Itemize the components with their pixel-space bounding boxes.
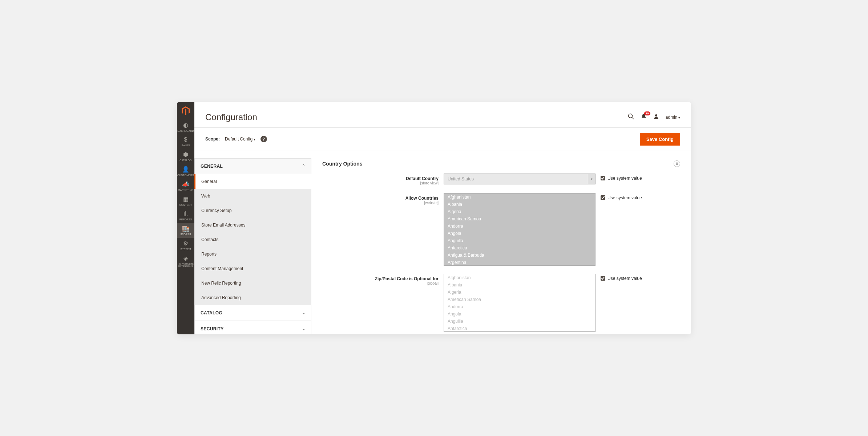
cfg-item-advanced-reporting[interactable]: Advanced Reporting — [194, 290, 311, 305]
page-title: Configuration — [205, 112, 257, 122]
chevron-down-icon: ⌄ — [302, 326, 305, 331]
label-allow-countries: Allow Countries — [405, 196, 439, 201]
country-option[interactable]: Algeria — [444, 208, 595, 215]
cfg-item-reports[interactable]: Reports — [194, 247, 311, 261]
country-option[interactable]: Albania — [444, 281, 595, 289]
page-header: Configuration 39 admin — [194, 102, 691, 127]
dashboard-icon: ◐ — [183, 122, 188, 129]
save-config-button[interactable]: Save Config — [640, 133, 680, 146]
use-system-zip-optional[interactable]: Use system value — [601, 274, 642, 281]
user-icon[interactable] — [653, 114, 659, 121]
country-option[interactable]: Afghanistan — [444, 193, 595, 201]
svg-line-1 — [632, 117, 634, 119]
nav-dashboard[interactable]: ◐DASHBOARD — [177, 119, 194, 134]
gear-icon: ⚙ — [183, 240, 188, 247]
person-icon: 👤 — [182, 166, 189, 173]
country-option[interactable]: Afghanistan — [444, 274, 595, 281]
checkbox-use-system[interactable] — [601, 276, 605, 281]
country-option[interactable]: Antigua & Barbuda — [444, 252, 595, 259]
search-icon[interactable] — [628, 113, 634, 121]
form-area: Country Options ⊖ Default Country [store… — [311, 151, 691, 334]
nav-partners[interactable]: ◈ND PARTNERS EXTENSIONS — [177, 253, 194, 269]
dropdown-arrow-icon: ▾ — [588, 174, 595, 184]
layout-icon: ▦ — [183, 196, 189, 203]
collapse-icon[interactable]: ⊖ — [674, 160, 680, 167]
multiselect-zip-optional[interactable]: AfghanistanAlbaniaAlgeriaAmerican SamoaA… — [444, 274, 596, 332]
megaphone-icon: 📣 — [182, 181, 189, 188]
svg-point-0 — [628, 114, 632, 118]
label-default-country: Default Country — [406, 176, 439, 181]
country-option[interactable]: Anguilla — [444, 237, 595, 244]
country-option[interactable]: Antarctica — [444, 244, 595, 252]
chevron-up-icon: ⌃ — [302, 164, 305, 168]
store-icon: 🏬 — [182, 225, 189, 232]
country-option[interactable]: Angola — [444, 310, 595, 318]
cfg-item-web[interactable]: Web — [194, 189, 311, 203]
country-option[interactable]: Andorra — [444, 223, 595, 230]
cfg-item-cms[interactable]: Content Management — [194, 261, 311, 276]
box-icon: ⬢ — [183, 151, 188, 158]
cfg-section-catalog[interactable]: CATALOG ⌄ — [194, 305, 311, 321]
magento-logo[interactable] — [177, 102, 194, 119]
scope-label: Scope: — [205, 136, 220, 142]
use-system-default-country[interactable]: Use system value — [601, 174, 642, 181]
notifications-icon[interactable]: 39 — [641, 114, 647, 121]
country-option[interactable]: American Samoa — [444, 296, 595, 303]
help-icon[interactable]: ? — [261, 136, 267, 142]
group-country-options[interactable]: Country Options ⊖ — [322, 158, 680, 174]
country-option[interactable]: American Samoa — [444, 215, 595, 223]
config-sidebar: GENERAL ⌃ General Web Currency Setup Sto… — [194, 151, 311, 334]
cfg-section-general[interactable]: GENERAL ⌃ — [194, 158, 311, 174]
multiselect-allow-countries[interactable]: AfghanistanAlbaniaAlgeriaAmerican SamoaA… — [444, 193, 596, 266]
row-zip-optional: Zip/Postal Code is Optional for [global]… — [322, 274, 680, 332]
cfg-item-contacts[interactable]: Contacts — [194, 232, 311, 247]
row-default-country: Default Country [store view] United Stat… — [322, 174, 680, 185]
puzzle-icon: ◈ — [183, 255, 188, 262]
admin-sidebar: ◐DASHBOARD $SALES ⬢CATALOG 👤CUSTOMERS 📣M… — [177, 102, 194, 334]
cfg-item-currency[interactable]: Currency Setup — [194, 203, 311, 218]
chart-icon: ıl. — [183, 211, 188, 217]
scope-bar: Scope: Default Config ? Save Config — [194, 127, 691, 151]
dollar-icon: $ — [184, 136, 187, 143]
nav-reports[interactable]: ıl.REPORTS — [177, 208, 194, 223]
svg-point-2 — [655, 114, 657, 117]
country-option[interactable]: Argentina — [444, 259, 595, 266]
nav-content[interactable]: ▦CONTENT — [177, 193, 194, 208]
cfg-item-newrelic[interactable]: New Relic Reporting — [194, 276, 311, 290]
country-option[interactable]: Andorra — [444, 303, 595, 310]
country-option[interactable]: Angola — [444, 230, 595, 237]
nav-customers[interactable]: 👤CUSTOMERS — [177, 164, 194, 179]
cfg-item-email[interactable]: Store Email Addresses — [194, 218, 311, 232]
country-option[interactable]: Anguilla — [444, 318, 595, 325]
use-system-allow-countries[interactable]: Use system value — [601, 193, 642, 200]
cfg-section-security[interactable]: SECURITY ⌄ — [194, 321, 311, 334]
country-option[interactable]: Algeria — [444, 289, 595, 296]
row-allow-countries: Allow Countries [website] AfghanistanAlb… — [322, 193, 680, 266]
label-zip-optional: Zip/Postal Code is Optional for — [375, 276, 439, 281]
notifications-badge: 39 — [644, 111, 650, 115]
admin-user-menu[interactable]: admin — [666, 115, 680, 120]
group-title: Country Options — [322, 161, 362, 167]
checkbox-use-system[interactable] — [601, 176, 605, 180]
nav-system[interactable]: ⚙SYSTEM — [177, 238, 194, 253]
checkbox-use-system[interactable] — [601, 195, 605, 200]
nav-catalog[interactable]: ⬢CATALOG — [177, 149, 194, 164]
country-option[interactable]: Albania — [444, 201, 595, 208]
scope-selector[interactable]: Default Config — [225, 136, 255, 142]
nav-sales[interactable]: $SALES — [177, 134, 194, 149]
chevron-down-icon: ⌄ — [302, 310, 305, 315]
cfg-item-general[interactable]: General — [194, 174, 311, 189]
country-option[interactable]: Antarctica — [444, 325, 595, 332]
select-default-country[interactable]: United States ▾ — [444, 174, 596, 184]
nav-marketing[interactable]: 📣MARKETING — [177, 179, 194, 193]
nav-stores[interactable]: 🏬STORES — [177, 223, 194, 238]
